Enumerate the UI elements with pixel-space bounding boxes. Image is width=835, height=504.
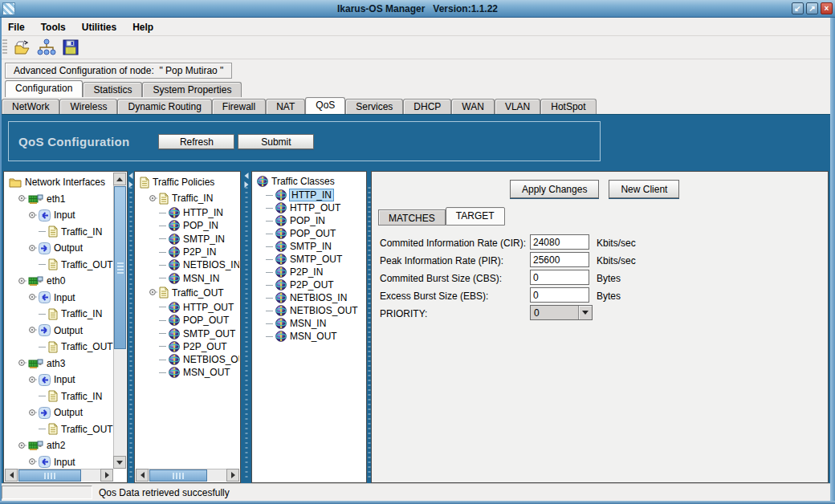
tab-configuration[interactable]: Configuration	[5, 80, 83, 97]
apply-changes-button[interactable]: Apply Changes	[510, 180, 599, 198]
collapse-left-icon[interactable]	[244, 173, 248, 179]
title-bar[interactable]: Ikarus-OS Manager Version:1.1.22 ↙↗×	[0, 0, 835, 18]
tab-network[interactable]: NetWork	[2, 99, 59, 114]
tree-item[interactable]: SMTP_OUT	[253, 253, 365, 266]
tab-matches[interactable]: MATCHES	[378, 209, 446, 226]
tree-item[interactable]: Output	[5, 404, 113, 421]
open-connection-icon[interactable]	[12, 38, 33, 57]
tree-item[interactable]: eth1	[5, 191, 113, 208]
tree-expand-handle-icon[interactable]	[28, 376, 37, 384]
tree-item[interactable]: SMTP_IN	[136, 233, 239, 246]
tree-item[interactable]: POP_OUT	[253, 227, 365, 240]
split-divider[interactable]	[128, 171, 134, 483]
tree-expand-handle-icon[interactable]	[18, 441, 26, 450]
tree-item[interactable]: eth0	[5, 273, 113, 290]
horizontal-scrollbar[interactable]	[5, 469, 113, 482]
field-input[interactable]	[530, 287, 589, 303]
tree-item[interactable]: POP_IN	[253, 214, 365, 227]
tree-item[interactable]: MSN_IN	[253, 317, 365, 330]
horizontal-scroll-thumb[interactable]	[18, 469, 81, 482]
refresh-button[interactable]: Refresh	[158, 134, 234, 149]
tab-dynamic-routing[interactable]: Dynamic Routing	[117, 99, 211, 114]
tab-wan[interactable]: WAN	[451, 99, 495, 114]
tree-expand-handle-icon[interactable]	[28, 211, 37, 220]
minimize-button[interactable]: ↙	[792, 2, 804, 14]
tab-services[interactable]: Services	[345, 99, 403, 114]
collapse-left-icon[interactable]	[129, 173, 133, 179]
tree-item[interactable]: MSN_OUT	[136, 366, 239, 379]
tree-expand-handle-icon[interactable]	[149, 288, 157, 297]
tree-expand-handle-icon[interactable]	[18, 359, 26, 368]
priority-dropdown[interactable]: 0	[530, 305, 593, 320]
tree-item[interactable]: P2P_IN	[136, 246, 239, 258]
tree-item[interactable]: P2P_OUT	[136, 340, 239, 353]
close-button[interactable]: ×	[821, 2, 833, 14]
tree-item[interactable]: HTTP_OUT	[253, 201, 365, 214]
tree-item[interactable]: Traffic_OUT	[5, 257, 113, 274]
vertical-scrollbar[interactable]	[113, 173, 126, 469]
tree-item[interactable]: Traffic_IN	[5, 306, 113, 323]
split-divider[interactable]	[241, 171, 251, 483]
tab-firewall[interactable]: Firewall	[212, 99, 266, 114]
tree-item[interactable]: POP_IN	[136, 219, 239, 232]
tree-expand-handle-icon[interactable]	[18, 194, 26, 203]
scroll-left-button[interactable]	[136, 469, 149, 482]
tree-item[interactable]: HTTP_OUT	[136, 301, 239, 314]
tab-target[interactable]: TARGET	[446, 207, 505, 226]
toolbar-drag-handle[interactable]	[2, 39, 7, 55]
tab-wireless[interactable]: Wireless	[59, 99, 117, 114]
tree-expand-handle-icon[interactable]	[28, 326, 37, 335]
menu-help[interactable]: Help	[124, 19, 161, 35]
tree-item[interactable]: Traffic Policies	[136, 174, 239, 190]
scroll-up-button[interactable]	[113, 173, 126, 185]
tree-item[interactable]: Output	[5, 240, 113, 257]
tree-expand-handle-icon[interactable]	[28, 457, 37, 466]
tree-item[interactable]: Traffic_IN	[5, 224, 113, 241]
tree-item[interactable]: Input	[5, 372, 113, 388]
field-input[interactable]	[530, 270, 589, 285]
tree-expand-handle-icon[interactable]	[149, 194, 157, 203]
new-client-button[interactable]: New Client	[609, 180, 679, 198]
tree-item[interactable]: NETBIOS_OUT	[253, 304, 365, 317]
tree-item[interactable]: MSN_OUT	[253, 330, 365, 343]
tree-item[interactable]: Output	[5, 323, 113, 339]
field-input[interactable]	[530, 234, 589, 250]
scroll-right-button[interactable]	[100, 469, 113, 482]
scroll-down-button[interactable]	[113, 456, 126, 469]
tree-item[interactable]: NETBIOS_IN	[136, 258, 239, 271]
field-input[interactable]	[530, 252, 589, 267]
tree-expand-handle-icon[interactable]	[28, 293, 37, 302]
tree-item[interactable]: Input	[5, 207, 113, 224]
tab-system-properties[interactable]: System Properties	[142, 82, 242, 97]
tree-item[interactable]: Traffic_OUT	[136, 285, 239, 301]
tree-item[interactable]: MSN_IN	[136, 271, 239, 284]
tab-hotspot[interactable]: HotSpot	[540, 99, 596, 114]
save-icon[interactable]	[60, 38, 81, 57]
menu-file[interactable]: File	[0, 19, 33, 35]
tree-expand-handle-icon[interactable]	[28, 244, 37, 253]
submit-button[interactable]: Submit	[238, 134, 314, 149]
tab-vlan[interactable]: VLAN	[495, 99, 540, 114]
horizontal-scroll-thumb[interactable]	[149, 469, 207, 482]
tree-item[interactable]: Traffic_OUT	[5, 339, 113, 356]
tree-item[interactable]: Network Interfaces	[5, 174, 113, 191]
tree-item[interactable]: HTTP_IN	[253, 189, 365, 201]
tree-item[interactable]: Traffic_IN	[136, 190, 239, 206]
vertical-scroll-thumb[interactable]	[114, 186, 126, 349]
tree-item[interactable]: NETBIOS_IN	[253, 291, 365, 304]
tree-expand-handle-icon[interactable]	[28, 408, 37, 417]
tab-nat[interactable]: NAT	[266, 99, 305, 114]
menu-utilities[interactable]: Utilities	[74, 19, 124, 35]
tree-item[interactable]: Input	[5, 290, 113, 307]
tree-item[interactable]: ath2	[5, 437, 113, 454]
scroll-left-button[interactable]	[5, 469, 18, 482]
tree-item[interactable]: P2P_OUT	[253, 278, 365, 291]
tree-item[interactable]: SMTP_IN	[253, 240, 365, 253]
tree-item[interactable]: Traffic Classes	[253, 174, 365, 189]
tree-item[interactable]: Traffic_OUT	[5, 421, 113, 438]
dropdown-arrow-button[interactable]	[578, 306, 592, 319]
maximize-button[interactable]: ↗	[806, 2, 818, 14]
tree-item[interactable]: POP_OUT	[136, 314, 239, 327]
tree-item[interactable]: NETBIOS_OUT	[136, 353, 239, 366]
tree-item[interactable]: Input	[5, 454, 113, 469]
